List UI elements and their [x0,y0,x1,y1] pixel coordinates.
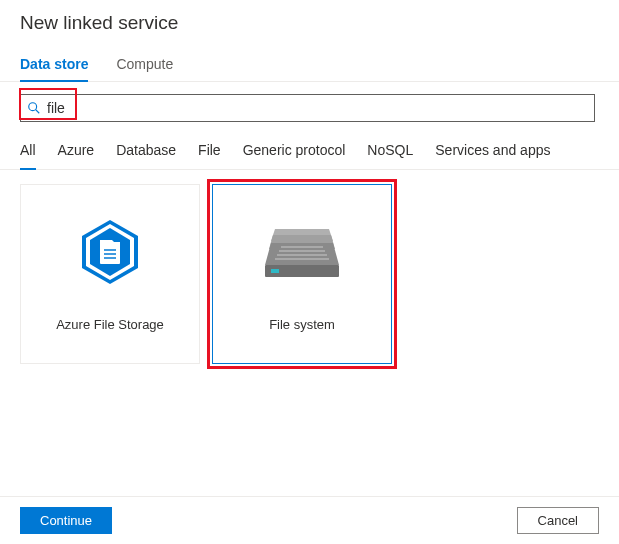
filter-tab-nosql[interactable]: NoSQL [367,142,413,170]
footer: Continue Cancel [0,496,619,544]
filter-tab-azure[interactable]: Azure [58,142,95,170]
search-container [0,82,619,128]
card-file-system[interactable]: File system [212,184,392,364]
filter-tab-database[interactable]: Database [116,142,176,170]
svg-rect-11 [271,269,279,273]
tab-compute[interactable]: Compute [116,56,173,82]
card-azure-file-storage[interactable]: Azure File Storage [20,184,200,364]
filter-tabs: All Azure Database File Generic protocol… [0,128,619,170]
svg-line-1 [36,110,40,114]
search-input[interactable] [47,95,594,121]
card-label: Azure File Storage [56,317,164,332]
main-tabs: Data store Compute [0,42,619,82]
filter-tab-services-apps[interactable]: Services and apps [435,142,550,170]
card-label: File system [269,317,335,332]
filter-tab-file[interactable]: File [198,142,221,170]
header: New linked service [0,0,619,42]
tab-data-store[interactable]: Data store [20,56,88,82]
file-system-icon [263,217,341,287]
filter-tab-all[interactable]: All [20,142,36,170]
svg-point-0 [29,103,37,111]
search-icon [27,101,41,115]
azure-file-storage-icon [78,217,142,287]
connector-cards: Azure File Storage File system [0,170,619,378]
continue-button[interactable]: Continue [20,507,112,534]
search-box[interactable] [20,94,595,122]
page-title: New linked service [20,12,599,34]
filter-tab-generic-protocol[interactable]: Generic protocol [243,142,346,170]
cancel-button[interactable]: Cancel [517,507,599,534]
